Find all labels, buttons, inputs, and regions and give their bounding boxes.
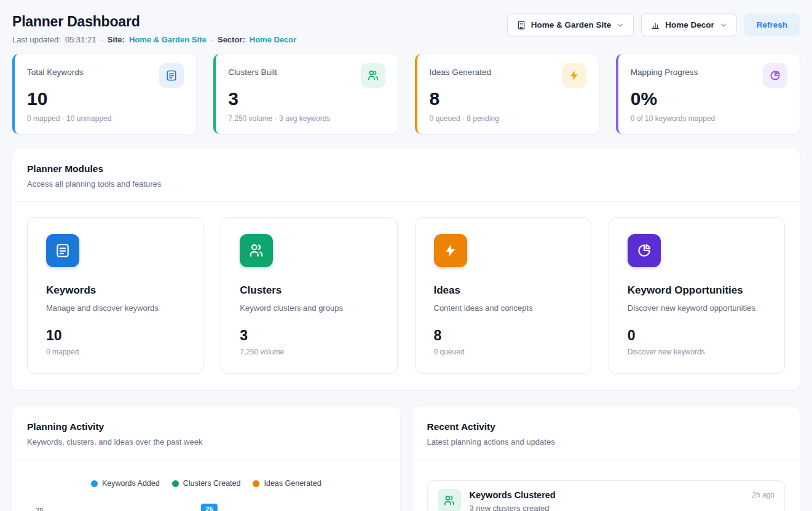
module-card-ideas[interactable]: Ideas Content ideas and concepts 8 0 que… [415, 217, 591, 374]
module-description: Manage and discover keywords [46, 303, 184, 313]
sector-selector-button[interactable]: Home Decor [641, 14, 737, 36]
sector-selector-value: Home Decor [665, 20, 714, 29]
bolt-icon [562, 63, 586, 88]
planner-modules-panel: Planner Modules Access all planning tool… [12, 149, 800, 390]
stat-card-clusters-built: Clusters Built 3 7,250 volume · 3 avg ke… [213, 54, 397, 134]
site-link[interactable]: Home & Garden Site [129, 35, 207, 44]
activity-timestamp: 2h ago [752, 491, 775, 499]
legend-item-ideas-generated[interactable]: Ideas Generated [253, 479, 321, 488]
top-bar: Planner Dashboard Last updated: 05:31:21… [12, 14, 800, 44]
separator-dot: · [211, 35, 213, 44]
site-selector-button[interactable]: Home & Garden Site [507, 14, 634, 36]
recent-activity-panel: Recent Activity Latest planning actions … [412, 407, 800, 511]
stat-value: 10 [27, 88, 184, 109]
module-value: 10 [46, 327, 184, 344]
module-value: 3 [240, 327, 378, 344]
stat-value: 3 [228, 88, 385, 109]
header-actions: Home & Garden Site Home Decor Refresh [507, 14, 800, 36]
module-description: Keyword clusters and groups [240, 303, 378, 313]
planning-activity-panel: Planning Activity Keywords, clusters, an… [12, 407, 400, 511]
last-updated-value: 05:31:21 [65, 35, 97, 44]
panel-subtitle: Keywords, clusters, and ideas over the p… [27, 437, 385, 447]
stat-subtext: 0 of 10 keywords mapped [631, 114, 787, 123]
pie-chart-icon [763, 63, 787, 88]
panel-header: Planner Modules Access all planning tool… [12, 149, 800, 201]
module-title: Keyword Opportunities [628, 284, 766, 297]
module-title: Clusters [240, 284, 378, 297]
legend-dot-green [172, 480, 179, 487]
activity-text: Keywords Clustered 3 new clusters create… [470, 489, 744, 511]
activity-item-keywords-clustered: Keywords Clustered 3 new clusters create… [427, 480, 786, 511]
stat-subtext: 0 queued · 8 pending [430, 114, 586, 123]
stat-top: Mapping Progress [631, 63, 787, 88]
panel-header: Recent Activity Latest planning actions … [412, 407, 800, 459]
stat-card-mapping-progress: Mapping Progress 0% 0 of 10 keywords map… [616, 54, 800, 134]
bolt-icon [434, 234, 467, 267]
data-point-label: 25 [201, 504, 217, 511]
legend-item-keywords-added[interactable]: Keywords Added [91, 479, 160, 488]
stat-value: 8 [430, 88, 586, 109]
document-icon [46, 234, 79, 267]
module-card-clusters[interactable]: Clusters Keyword clusters and groups 3 7… [221, 217, 397, 374]
separator-dot: · [100, 35, 103, 44]
module-subtext: Discover new keywords [628, 348, 766, 356]
panel-header: Planning Activity Keywords, clusters, an… [12, 407, 400, 459]
stat-subtext: 7,250 volume · 3 avg keywords [228, 114, 385, 123]
stat-subtext: 0 mapped · 10 unmapped [27, 114, 184, 123]
module-value: 0 [628, 327, 766, 344]
header-left: Planner Dashboard Last updated: 05:31:21… [12, 14, 296, 44]
module-subtext: 0 mapped [46, 348, 184, 356]
module-title: Ideas [434, 284, 572, 297]
chart-body: Keywords Added Clusters Created Ideas Ge… [12, 459, 400, 511]
stat-top: Clusters Built [228, 63, 385, 88]
pie-chart-icon [628, 234, 661, 267]
panel-subtitle: Access all planning tools and features [27, 179, 785, 189]
modules-body: Keywords Manage and discover keywords 10… [12, 201, 800, 390]
stat-card-ideas-generated: Ideas Generated 8 0 queued · 8 pending [415, 54, 599, 134]
site-selector-value: Home & Garden Site [531, 20, 612, 29]
sector-label: Sector: [218, 35, 245, 44]
module-grid: Keywords Manage and discover keywords 10… [27, 217, 785, 374]
panel-title: Planning Activity [27, 421, 385, 432]
chevron-down-icon [719, 21, 728, 29]
legend-dot-blue [91, 480, 98, 487]
y-axis-tick: 25 [36, 507, 44, 511]
module-card-keywords[interactable]: Keywords Manage and discover keywords 10… [27, 217, 203, 374]
chevron-down-icon [616, 21, 625, 29]
recent-activity-list: Keywords Clustered 3 new clusters create… [412, 459, 800, 511]
stats-row: Total Keywords 10 0 mapped · 10 unmapped… [12, 54, 800, 134]
last-updated-label: Last updated: [12, 35, 61, 44]
stat-card-total-keywords: Total Keywords 10 0 mapped · 10 unmapped [12, 54, 196, 134]
users-icon [240, 234, 273, 267]
legend-item-clusters-created[interactable]: Clusters Created [172, 479, 241, 488]
stat-label: Total Keywords [27, 68, 84, 77]
page-title: Planner Dashboard [12, 14, 296, 30]
stat-top: Ideas Generated [430, 63, 586, 88]
module-card-keyword-opportunities[interactable]: Keyword Opportunities Discover new keywo… [609, 217, 785, 374]
users-icon [438, 489, 461, 511]
module-subtext: 0 queued [434, 348, 572, 356]
module-description: Discover new keyword opportunities [628, 303, 766, 313]
meta-row: Last updated: 05:31:21 · Site: Home & Ga… [12, 35, 296, 44]
legend-label: Keywords Added [102, 479, 160, 488]
sector-link[interactable]: Home Decor [250, 35, 297, 44]
panel-subtitle: Latest planning actions and updates [427, 437, 786, 447]
module-value: 8 [434, 327, 572, 344]
users-icon [361, 63, 385, 88]
legend-dot-orange [253, 480, 259, 487]
module-subtext: 7,250 volume [240, 348, 378, 356]
stat-label: Mapping Progress [631, 68, 698, 77]
panel-title: Recent Activity [427, 421, 786, 432]
refresh-button[interactable]: Refresh [744, 14, 800, 36]
planner-dashboard-page: Planner Dashboard Last updated: 05:31:21… [0, 0, 812, 511]
building-icon [516, 20, 526, 30]
activity-area-chart: 25 25 24 [27, 504, 385, 511]
bottom-row: Planning Activity Keywords, clusters, an… [12, 407, 800, 511]
chart-legend: Keywords Added Clusters Created Ideas Ge… [27, 479, 385, 488]
bar-chart-icon [650, 20, 660, 30]
stat-value: 0% [631, 88, 787, 109]
document-icon [159, 63, 184, 88]
stat-top: Total Keywords [27, 63, 184, 88]
module-description: Content ideas and concepts [434, 303, 572, 313]
site-label: Site: [108, 35, 125, 44]
